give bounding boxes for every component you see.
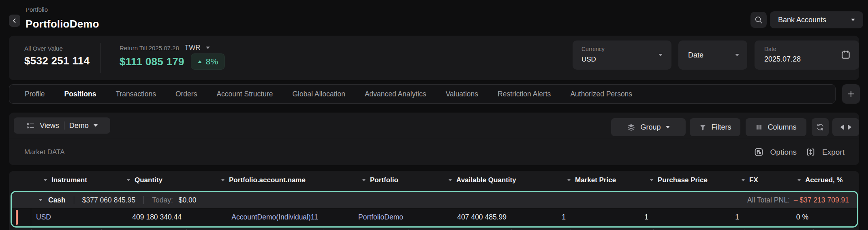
views-selector[interactable]: Views Demo xyxy=(14,117,110,134)
breadcrumb: Portfolio xyxy=(26,6,48,13)
divider xyxy=(143,196,144,204)
date-value: 2025.07.28 xyxy=(764,55,801,64)
group-today-value: $0.00 xyxy=(179,196,197,204)
export-label: Export xyxy=(822,148,844,157)
selected-group-cash: Cash $377 060 845.95 Today: $0.00 All To… xyxy=(11,191,858,228)
group-button[interactable]: Group xyxy=(611,118,686,136)
chevron-down-icon[interactable] xyxy=(206,47,210,49)
add-tab-button[interactable] xyxy=(842,84,860,104)
filters-button[interactable]: Filters xyxy=(690,118,740,136)
sort-caret-icon[interactable] xyxy=(567,179,571,181)
column-header-purchase-price[interactable]: Purchase Price xyxy=(645,176,736,184)
column-label: Available Quantity xyxy=(456,176,516,184)
chevron-down-icon xyxy=(851,19,855,21)
refresh-button[interactable] xyxy=(812,118,829,136)
cell-instrument[interactable]: USD xyxy=(31,213,101,221)
date-mode-select[interactable]: Date xyxy=(678,40,747,70)
column-header-portfolio[interactable]: Portfolio xyxy=(357,176,443,184)
group-label: Group xyxy=(640,123,661,132)
return-mode[interactable]: TWR xyxy=(185,44,201,52)
cell-account-name[interactable]: AccountDemo(Individual)11 xyxy=(186,213,323,221)
currency-value: USD xyxy=(582,55,596,64)
chevron-down-icon xyxy=(94,124,98,127)
column-label: Purchase Price xyxy=(658,176,708,184)
column-label: Accrued, % xyxy=(805,176,843,184)
tab-bar: Profile Positions Transactions Orders Ac… xyxy=(9,84,836,104)
cell-purchase-price: 1 xyxy=(571,213,653,221)
column-header-instrument[interactable]: Instrument xyxy=(38,176,122,184)
options-button[interactable]: Options xyxy=(754,147,797,157)
tab-orders[interactable]: Orders xyxy=(175,90,197,98)
cell-portfolio[interactable]: PortfolioDemo xyxy=(323,213,408,221)
divider xyxy=(74,196,74,204)
sort-caret-icon[interactable] xyxy=(127,179,130,181)
column-label: Market Price xyxy=(575,176,616,184)
back-button[interactable] xyxy=(9,15,20,27)
search-button[interactable] xyxy=(750,12,767,28)
group-today-label: Today: xyxy=(152,196,173,204)
tab-positions[interactable]: Positions xyxy=(64,90,96,98)
column-header-quantity[interactable]: Quantity xyxy=(122,176,216,184)
group-total: $377 060 845.95 xyxy=(82,196,135,204)
options-sliders-icon xyxy=(754,147,764,157)
negative-pnl-accent-bar xyxy=(16,210,18,225)
table-row[interactable]: USD 409 180 340.44 AccountDemo(Individua… xyxy=(12,209,857,226)
cell-fx: 1 xyxy=(653,213,744,221)
return-label: Return Till 2025.07.28 xyxy=(120,45,179,51)
all-over-value: $532 251 114 xyxy=(24,55,90,67)
market-data-title: Market DATA xyxy=(24,139,65,165)
date-mode-label: Date xyxy=(688,51,703,60)
group-name: Cash xyxy=(48,196,66,204)
columns-button[interactable]: Columns xyxy=(746,118,806,136)
cell-accrued: 0 % xyxy=(744,213,813,221)
chevron-down-icon xyxy=(658,54,663,56)
column-header-fx[interactable]: FX xyxy=(736,176,792,184)
views-label: Views xyxy=(40,121,59,130)
arrow-left-icon[interactable] xyxy=(840,124,844,130)
sort-caret-icon[interactable] xyxy=(742,179,745,181)
portfolio-app: Portfolio PortfolioDemo Bank Accounts Al… xyxy=(0,0,868,230)
column-label: FX xyxy=(749,176,758,184)
group-summary-row[interactable]: Cash $377 060 845.95 Today: $0.00 All To… xyxy=(12,192,857,209)
sort-caret-icon[interactable] xyxy=(44,179,47,181)
column-label: Quantity xyxy=(135,176,162,184)
tab-advanced-analytics[interactable]: Advanced Analytics xyxy=(365,90,426,98)
date-picker[interactable]: Date 2025.07.28 xyxy=(755,40,859,70)
column-header-market-price[interactable]: Market Price xyxy=(562,176,645,184)
tab-valuations[interactable]: Valuations xyxy=(446,90,478,98)
chevron-down-icon xyxy=(735,54,739,56)
export-button[interactable]: Export xyxy=(806,147,844,157)
tab-restriction-alerts[interactable]: Restriction Alerts xyxy=(498,90,551,98)
sort-caret-icon[interactable] xyxy=(362,179,366,181)
sort-caret-icon[interactable] xyxy=(797,179,801,181)
divider xyxy=(64,121,64,130)
column-header-available-quantity[interactable]: Available Quantity xyxy=(443,176,562,184)
pager-buttons[interactable] xyxy=(832,118,859,136)
tab-account-structure[interactable]: Account Structure xyxy=(216,90,273,98)
tab-profile[interactable]: Profile xyxy=(25,90,45,98)
collapse-caret-icon[interactable] xyxy=(38,199,43,201)
currency-select[interactable]: Currency USD xyxy=(573,40,671,70)
tab-global-allocation[interactable]: Global Allocation xyxy=(293,90,345,98)
grid-toolbar-panel: Views Demo Group Filters Columns xyxy=(9,113,859,165)
refresh-icon xyxy=(816,123,825,132)
plus-icon xyxy=(847,90,855,98)
positions-table: Instrument Quantity Portfolio.account.na… xyxy=(9,171,859,230)
chevron-left-icon xyxy=(11,17,18,24)
views-value: Demo xyxy=(69,121,89,130)
search-icon xyxy=(754,15,763,24)
export-icon xyxy=(806,147,816,157)
account-scope-selector[interactable]: Bank Accounts xyxy=(770,11,863,28)
filter-icon xyxy=(699,124,707,131)
layers-icon xyxy=(627,123,635,132)
sort-caret-icon[interactable] xyxy=(650,179,654,181)
sort-caret-icon[interactable] xyxy=(221,179,225,181)
sort-caret-icon[interactable] xyxy=(449,179,452,181)
row-accent-cell xyxy=(12,209,31,226)
column-header-account-name[interactable]: Portfolio.account.name xyxy=(216,176,357,184)
column-label: Instrument xyxy=(51,176,87,184)
column-header-accrued[interactable]: Accrued, % xyxy=(792,176,859,184)
arrow-right-icon[interactable] xyxy=(848,124,851,130)
tab-authorized-persons[interactable]: Authorized Persons xyxy=(570,90,632,98)
tab-transactions[interactable]: Transactions xyxy=(115,90,156,98)
